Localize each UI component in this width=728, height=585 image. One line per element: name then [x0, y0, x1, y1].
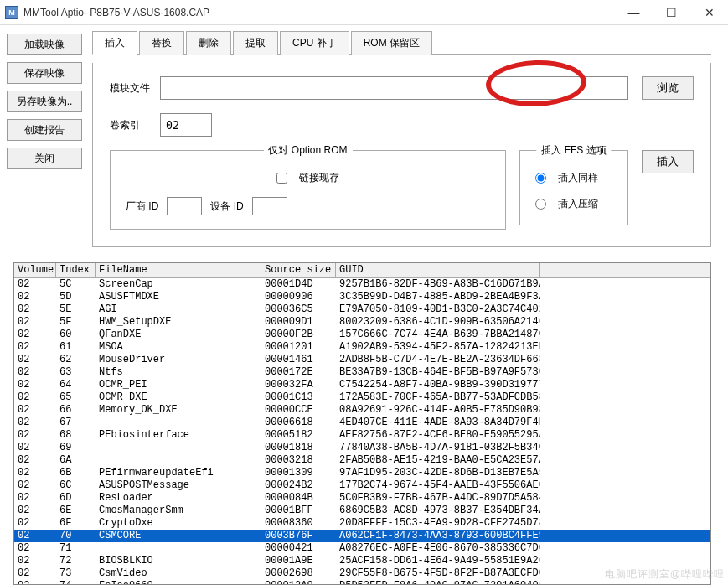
table-row[interactable]: 02690000181877840A38-BA5B-4D7A-9181-03B2… [14, 442, 710, 454]
col-index[interactable]: Index [56, 263, 96, 277]
col-filename[interactable]: FileName [96, 263, 261, 277]
tab-rom-reserved[interactable]: ROM 保留区 [351, 31, 432, 55]
table-row[interactable]: 0261MSOA00001201A1902AB9-5394-45F2-857A-… [14, 341, 710, 354]
table-row[interactable]: 0270CSMCORE0003B76FA062CF1F-8473-4AA3-87… [14, 530, 710, 542]
link-existing-checkbox[interactable] [276, 173, 287, 184]
device-id-input[interactable] [252, 197, 287, 215]
col-source-size[interactable]: Source size [261, 263, 336, 277]
module-file-label: 模块文件 [110, 81, 160, 96]
table-row[interactable]: 026ECmosManagerSmm00001BFF6869C5B3-AC8D-… [14, 505, 710, 517]
tab-delete[interactable]: 删除 [186, 31, 231, 55]
option-rom-group: 仅对 Option ROM 链接现存 厂商 ID 设备 ID [110, 150, 506, 230]
tab-insert[interactable]: 插入 [92, 31, 137, 55]
insert-compress-radio[interactable] [535, 199, 546, 210]
module-table: Volume Index FileName Source size GUID 0… [13, 262, 711, 585]
ffs-options-title: 插入 FFS 选项 [536, 143, 611, 158]
tab-bar: 插入 替换 删除 提取 CPU 补丁 ROM 保留区 [92, 30, 711, 55]
col-volume[interactable]: Volume [14, 263, 56, 277]
insert-button[interactable]: 插入 [642, 150, 694, 173]
close-button[interactable]: ✕ [690, 0, 728, 24]
insert-panel: 模块文件 浏览 卷索引 仅对 Option ROM 链接现存 厂商 ID [92, 63, 711, 247]
table-row[interactable]: 026DResLoader0000084B5C0FB3B9-F7BB-467B-… [14, 492, 710, 505]
tab-cpu-patch[interactable]: CPU 补丁 [280, 31, 349, 55]
table-row[interactable]: 0268PEbiosinterface00005182AEF82756-87F2… [14, 429, 710, 442]
link-existing-label: 链接现存 [299, 171, 339, 185]
table-row[interactable]: 0272BIOSBLKIO00001A9E25ACF158-DD61-4E64-… [14, 555, 710, 567]
load-image-button[interactable]: 加载映像 [7, 34, 82, 55]
vendor-id-label: 厂商 ID [126, 199, 158, 214]
table-row[interactable]: 0266Memory_OK_DXE00000CCE08A92691-926C-4… [14, 404, 710, 417]
device-id-label: 设备 ID [210, 199, 243, 214]
table-row[interactable]: 027100000421A08276EC-A0FE-4E06-8670-3853… [14, 542, 710, 555]
table-row[interactable]: 026CASUSPOSTMessage000024B2177B2C74-9674… [14, 479, 710, 492]
table-row[interactable]: 0263Ntfs0000172EBE33A7B9-13CB-464E-BF5B-… [14, 366, 710, 379]
create-report-button[interactable]: 创建报告 [7, 119, 82, 141]
table-row[interactable]: 0260QFanDXE00000F2B157C666C-7C74-4E4A-B6… [14, 329, 710, 341]
insert-compress-label: 插入压缩 [558, 197, 598, 211]
tab-replace[interactable]: 替换 [139, 31, 184, 55]
table-row[interactable]: 025DASUSFTMDXE000009063C35B99D-D4B7-4885… [14, 291, 710, 303]
maximize-button[interactable]: ☐ [653, 0, 690, 24]
table-row[interactable]: 026FCryptoDxe0000836020D8FFFE-15C3-4EA9-… [14, 517, 710, 530]
ffs-options-group: 插入 FFS 选项 插入同样 插入压缩 [519, 150, 628, 225]
table-row[interactable]: 026A000032182FAB50B8-AE15-4219-BAA0-E5CA… [14, 454, 710, 467]
insert-same-label: 插入同样 [558, 171, 598, 185]
vendor-id-input[interactable] [167, 197, 202, 215]
col-spacer [540, 263, 710, 277]
col-guid[interactable]: GUID [336, 263, 540, 277]
save-image-as-button[interactable]: 另存映像为.. [7, 91, 82, 112]
table-row[interactable]: 0265OCMR_DXE00001C13172A583E-70CF-465A-B… [14, 391, 710, 404]
module-file-input[interactable] [160, 76, 628, 100]
tab-extract[interactable]: 提取 [233, 31, 278, 55]
volume-index-label: 卷索引 [110, 118, 160, 132]
close-file-button[interactable]: 关闭 [7, 148, 82, 169]
save-image-button[interactable]: 保存映像 [7, 62, 82, 84]
table-row[interactable]: 0274FsIso9660000012A9D5D52FED-F8A6-49AC-… [14, 580, 710, 584]
table-body[interactable]: 025CScreenCap00001D4D9257B1B6-82DF-4B69-… [14, 278, 710, 584]
table-row[interactable]: 0264OCMR_PEI000032FAC7542254-A8F7-40BA-9… [14, 379, 710, 391]
volume-index-input[interactable] [160, 113, 212, 137]
window-title: MMTool Aptio- P8B75-V-ASUS-1608.CAP [23, 7, 615, 18]
minimize-button[interactable]: — [615, 0, 653, 24]
table-row[interactable]: 0267000066184ED407CE-411E-4ADE-8A93-8A34… [14, 417, 710, 429]
table-row[interactable]: 025EAGI000036C5E79A7050-8109-40D1-B3C0-2… [14, 303, 710, 316]
table-row[interactable]: 0273CsmVideo0000269829CF55F8-B675-4F5D-8… [14, 567, 710, 580]
insert-same-radio[interactable] [535, 173, 546, 184]
table-row[interactable]: 026BPEfirmwareupdateEfi0000130997AF1D95-… [14, 467, 710, 479]
table-row[interactable]: 025CScreenCap00001D4D9257B1B6-82DF-4B69-… [14, 278, 710, 291]
option-rom-title: 仅对 Option ROM [263, 143, 352, 158]
table-row[interactable]: 0262MouseDriver000014612ADB8F5B-C7D4-4E7… [14, 354, 710, 366]
browse-button[interactable]: 浏览 [642, 76, 694, 100]
app-icon: M [5, 6, 18, 19]
table-row[interactable]: 025FHWM_SetupDXE000009D180023209-6386-4C… [14, 316, 710, 329]
